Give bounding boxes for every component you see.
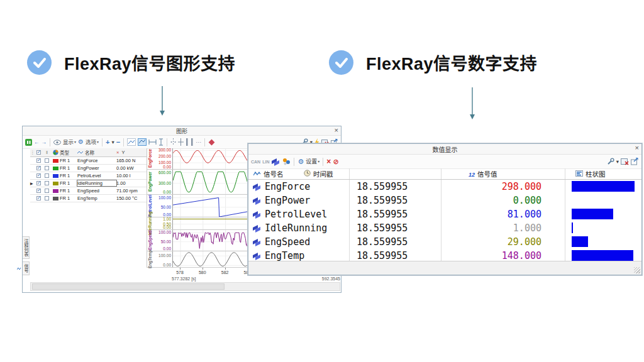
visible-checkbox[interactable]	[36, 189, 41, 193]
visible-checkbox[interactable]	[36, 173, 41, 178]
signal-name: PetrolLevel	[265, 209, 327, 220]
scrollbar-thumb[interactable]	[32, 283, 225, 290]
chart-single-axis-button[interactable]	[127, 138, 136, 146]
num-col-bar-chart[interactable]: 柱状图	[575, 169, 606, 178]
forward-button[interactable]: →	[42, 140, 47, 145]
signal-name: EngSpeed	[77, 188, 116, 194]
color-swatch	[53, 174, 58, 178]
stop-icon[interactable]: ⊘	[333, 158, 338, 165]
gear-icon[interactable]: ⚙	[297, 158, 304, 165]
value-bar	[572, 222, 573, 233]
y-tick-label: 100.00	[152, 254, 171, 258]
lin-filter-button[interactable]: LIN	[262, 160, 269, 164]
numeric-titlebar[interactable]: 数值显示 ×	[248, 144, 641, 155]
legend-row-EngSpeed[interactable]: FR 1 EngSpeed 71.00 rpm	[30, 187, 147, 195]
color-swatch	[53, 159, 58, 163]
side-tab-signal-wave[interactable]: 信号	[23, 261, 30, 275]
flexray-flag-icon	[252, 224, 262, 235]
signal-value: 150.00 °C	[116, 195, 147, 201]
secondary-checkbox[interactable]	[45, 158, 49, 163]
grip-icon: ⋮	[30, 150, 35, 155]
side-tab-annotation[interactable]: 注释列表	[23, 236, 30, 259]
clear-icon[interactable]: ×	[326, 158, 331, 165]
color-wheel-icon	[53, 150, 58, 155]
remove-window-icon[interactable]	[621, 158, 629, 165]
measurement-running-icon[interactable]	[25, 139, 32, 146]
eraser-icon[interactable]	[208, 139, 215, 146]
select-all-checkbox[interactable]	[36, 150, 41, 155]
zoom-out-button[interactable]: −	[116, 139, 120, 146]
numeric-row-EngSpeed[interactable]: EngSpeed 18.559955 29.000	[248, 235, 641, 249]
signal-sources-icon[interactable]	[282, 158, 291, 165]
numeric-row-EngForce[interactable]: EngForce 18.559955 298.000	[248, 180, 641, 194]
more-cursors-icon[interactable]: ⋯	[196, 140, 201, 145]
wave-icon	[253, 170, 261, 178]
feature-graphics: FlexRay信号图形支持	[27, 50, 235, 75]
timestamp: 18.559955	[357, 181, 408, 192]
signal-type: FR 1	[60, 165, 77, 171]
twelve-icon: 12	[469, 170, 475, 178]
feature-title-numeric: FlexRay信号数字支持	[366, 50, 537, 75]
num-col-signal-name[interactable]: 信号名	[253, 169, 284, 178]
numeric-row-IdleRunning[interactable]: IdleRunning 18.559955 1.000	[248, 221, 641, 235]
y-tick-label: 0.00	[152, 247, 171, 251]
num-col-signal-value[interactable]: 12信号值	[469, 169, 497, 178]
options-dropdown[interactable]: 选项▾	[86, 140, 99, 145]
visible-checkbox[interactable]	[36, 158, 41, 163]
back-button[interactable]: ←	[34, 140, 40, 145]
wrench-dropdown[interactable]: ▾	[616, 159, 619, 165]
signal-name: EngForce	[77, 158, 116, 163]
wrench-icon[interactable]	[607, 158, 614, 165]
signal-type: FR 1	[60, 188, 77, 194]
secondary-checkbox[interactable]	[45, 166, 49, 170]
signal-value: 165.00 N	[116, 158, 147, 163]
zoom-dropdown[interactable]: ▾	[111, 140, 114, 145]
eye-icon[interactable]	[53, 140, 61, 145]
resize-grip-icon[interactable]	[634, 267, 640, 273]
side-tab-label: 信号	[23, 264, 29, 273]
horizontal-scrollbar[interactable]	[30, 282, 340, 291]
legend-row-PetrolLevel[interactable]: FR 1 PetrolLevel 10.00 l	[30, 172, 147, 180]
settings-dropdown[interactable]: 设置▾	[306, 159, 319, 165]
chart-stacked-axes-button[interactable]	[138, 138, 147, 146]
signal-name: EngSpeed	[265, 236, 310, 248]
legend-row-EngTemp[interactable]: FR 1 EngTemp 150.00 °C	[30, 195, 147, 202]
close-icon[interactable]: ×	[335, 126, 338, 134]
visible-checkbox[interactable]	[36, 166, 41, 170]
display-dropdown[interactable]: 显示▾	[63, 140, 76, 145]
secondary-checkbox[interactable]	[45, 189, 49, 193]
signal-value: 29.000	[441, 236, 541, 248]
gear-icon[interactable]: ⚙	[78, 139, 84, 145]
numeric-row-EngPower[interactable]: EngPower 18.559955 0.000	[248, 194, 641, 207]
secondary-checkbox[interactable]	[45, 181, 49, 185]
graphics-titlebar[interactable]: 图形 ×	[23, 126, 341, 136]
visible-checkbox[interactable]	[36, 196, 41, 200]
cursor-right-icon[interactable]	[191, 138, 194, 146]
numeric-row-PetrolLevel[interactable]: PetrolLevel 18.559955 81.000	[248, 207, 641, 221]
cursor-left-icon[interactable]	[186, 138, 189, 146]
col-y: × Y	[116, 150, 147, 155]
timestamp: 18.559955	[357, 250, 408, 261]
signal-value: 10.00 l	[116, 173, 147, 178]
close-icon[interactable]: ×	[635, 144, 639, 152]
flexray-filter-icon[interactable]	[271, 158, 280, 166]
undock-window-icon[interactable]	[631, 158, 639, 165]
cursor-dashed-icon[interactable]	[170, 138, 176, 146]
legend-row-EngForce[interactable]: FR 1 EngForce 165.00 N	[30, 157, 147, 165]
secondary-checkbox[interactable]	[45, 173, 49, 178]
signal-value: 0.000	[441, 195, 541, 206]
value-bar	[572, 250, 633, 261]
zoom-in-button[interactable]: +	[106, 139, 109, 146]
legend-row-EngPower[interactable]: FR 1 EngPower 0.00 kW	[30, 165, 147, 172]
visible-checkbox[interactable]	[36, 181, 41, 185]
y-tick-label: 100.00	[152, 231, 171, 234]
can-filter-button[interactable]: CAN	[251, 160, 260, 164]
legend-row-IdleRunning[interactable]: ▶ FR 1 IdleRunning 1.00	[30, 180, 147, 187]
window-title: 图形	[176, 127, 187, 135]
y-tick-label: 0.00	[152, 226, 171, 229]
fit-width-icon[interactable]	[148, 139, 157, 145]
fit-height-icon[interactable]	[158, 138, 164, 146]
cursor-cross-icon[interactable]	[178, 138, 184, 146]
secondary-checkbox[interactable]	[45, 196, 49, 200]
num-col-timestamp[interactable]: 时间戳	[304, 169, 333, 178]
